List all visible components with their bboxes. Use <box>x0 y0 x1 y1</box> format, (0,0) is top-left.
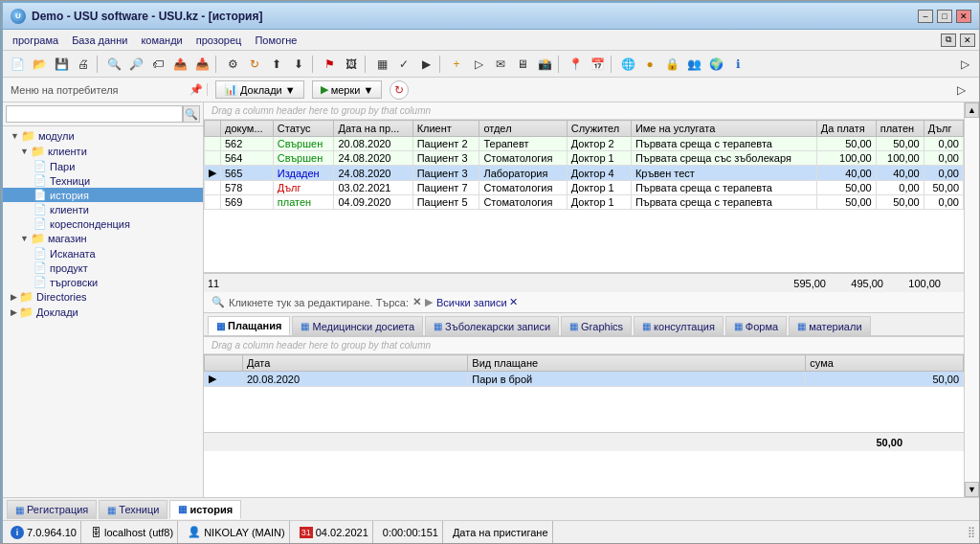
sec-right-arrow[interactable]: ▷ <box>950 79 971 101</box>
tb-image[interactable]: 🖼 <box>341 54 362 75</box>
menu-komandi[interactable]: команди <box>135 33 188 48</box>
scroll-up-btn[interactable]: ▲ <box>965 102 979 118</box>
col-status[interactable]: Статус <box>273 121 334 137</box>
sidebar-item-product[interactable]: 📄 продукт <box>3 261 203 275</box>
sidebar-item-pari[interactable]: 📄 Пари <box>3 159 203 173</box>
col-service[interactable]: Име на услугата <box>631 121 816 137</box>
col-debt[interactable]: Дълг <box>924 121 963 137</box>
tb-calendar[interactable]: 📅 <box>587 54 608 75</box>
tab-materials[interactable]: ▦ материали <box>789 316 870 335</box>
tb-arrow[interactable]: ▶ <box>415 54 436 75</box>
tb-photo[interactable]: 📸 <box>534 54 555 75</box>
sidebar-item-clients2[interactable]: 📄 клиенти <box>3 202 203 216</box>
btcol-date[interactable]: Дата <box>243 355 468 372</box>
sidebar-item-trade[interactable]: 📄 търговски <box>3 275 203 289</box>
tb-import[interactable]: 📥 <box>191 54 212 75</box>
tb-add[interactable]: + <box>446 54 467 75</box>
tab-dental[interactable]: ▦ Зъболекарски записи <box>425 316 559 335</box>
reload-button[interactable]: ↻ <box>390 80 409 100</box>
tb-print[interactable]: 🖨 <box>73 54 94 75</box>
btcol-amount[interactable]: сума <box>806 355 964 372</box>
tb-globe[interactable]: 🌐 <box>617 54 638 75</box>
sidebar-pin-icon[interactable]: 📌 <box>189 83 203 96</box>
btab-registration[interactable]: ▦ Регистрация <box>7 500 97 519</box>
filter-allrecords-x[interactable]: ✕ <box>509 296 518 308</box>
col-doc[interactable]: докум... <box>221 121 274 137</box>
tb-new[interactable]: 📄 <box>7 54 28 75</box>
col-date[interactable]: Дата на пр... <box>334 121 412 137</box>
cell-debt: 0,00 <box>924 195 963 210</box>
scroll-down-btn[interactable]: ▼ <box>965 482 979 497</box>
tb-circle[interactable]: ● <box>639 54 660 75</box>
tb-flag[interactable]: ⚑ <box>319 54 340 75</box>
tb-lock[interactable]: 🔒 <box>661 54 682 75</box>
col-client[interactable]: Клиент <box>412 121 479 137</box>
menu-prozorec[interactable]: прозорец <box>190 33 248 48</box>
tb-check[interactable]: ✓ <box>393 54 414 75</box>
close-button[interactable]: ✕ <box>956 10 971 23</box>
minimize-button[interactable]: – <box>918 10 933 23</box>
scroll-track[interactable] <box>965 118 979 482</box>
tb-refresh[interactable]: ↻ <box>244 54 265 75</box>
tb-up[interactable]: ⬆ <box>266 54 287 75</box>
tb-down[interactable]: ⬇ <box>288 54 309 75</box>
table-row[interactable]: 578 Дълг 03.02.2021 Пациент 7 Стоматолог… <box>205 181 964 195</box>
sidebar-item-reports[interactable]: ▶ 📁 Доклади <box>3 305 203 320</box>
menu-bazadanni[interactable]: База данни <box>66 33 133 48</box>
tab-consultation[interactable]: ▦ консултация <box>634 316 724 335</box>
tb-network[interactable]: 🌍 <box>705 54 726 75</box>
sidebar-search-button[interactable]: 🔍 <box>183 105 200 123</box>
tb-filter[interactable]: 🏷 <box>147 54 168 75</box>
tb-find[interactable]: 🔎 <box>125 54 146 75</box>
tb-play[interactable]: ▷ <box>468 54 489 75</box>
col-dept[interactable]: отдел <box>479 121 567 137</box>
reports-button[interactable]: 📊 Доклади ▼ <box>215 80 304 99</box>
sidebar-item-shop[interactable]: ▼ 📁 магазин <box>3 231 203 246</box>
btcol-payment[interactable]: Вид плащане <box>468 355 806 372</box>
tb-open[interactable]: 📂 <box>29 54 50 75</box>
tb-export[interactable]: 📤 <box>169 54 190 75</box>
tb-monitor[interactable]: 🖥 <box>512 54 533 75</box>
col-employee[interactable]: Служител <box>567 121 631 137</box>
filter-x-button[interactable]: ✕ <box>412 296 421 308</box>
sidebar-item-clients[interactable]: ▼ 📁 клиенти <box>3 144 203 159</box>
tb-users[interactable]: 👥 <box>683 54 704 75</box>
col-topay[interactable]: Да платя <box>816 121 876 137</box>
sidebar-item-technici[interactable]: 📄 Техници <box>3 173 203 188</box>
main-table-container[interactable]: докум... Статус Дата на пр... Клиент отд… <box>204 120 964 273</box>
tab-payments[interactable]: ▦ Плащания <box>208 316 290 335</box>
bottom-table-container[interactable]: Дата Вид плащане сума ▶ 20.08.2020 Пари … <box>204 354 964 432</box>
tb-map[interactable]: 📍 <box>565 54 586 75</box>
btab-technici[interactable]: ▦ Техници <box>99 500 167 519</box>
sidebar-item-modules[interactable]: ▼ 📁 модули <box>3 128 203 144</box>
sidebar-item-correspondence[interactable]: 📄 кореспонденция <box>3 216 203 231</box>
tb-right-arrow[interactable]: ▷ <box>954 54 975 75</box>
tb-save[interactable]: 💾 <box>51 54 72 75</box>
tb-search[interactable]: 🔍 <box>103 54 124 75</box>
right-scrollbar[interactable]: ▲ ▼ <box>964 102 979 497</box>
tab-form[interactable]: ▦ Форма <box>725 316 787 335</box>
btab-history[interactable]: ▦ история <box>169 500 241 519</box>
sidebar-search-input[interactable] <box>6 105 183 123</box>
col-paid[interactable]: платен <box>876 121 924 137</box>
tb-table[interactable]: ▦ <box>371 54 392 75</box>
menu-pomogne[interactable]: Помогне <box>249 33 302 48</box>
tab-medical[interactable]: ▦ Медицински досиета <box>292 316 423 335</box>
table-row[interactable]: 562 Свършен 20.08.2020 Пациент 2 Терапев… <box>205 137 964 151</box>
menu-close-btn[interactable]: ✕ <box>960 34 975 47</box>
bottom-table-row[interactable]: ▶ 20.08.2020 Пари в брой 50,00 <box>205 372 964 387</box>
measures-button[interactable]: ▶ мерки ▼ <box>312 80 383 99</box>
sidebar-item-directories[interactable]: ▶ 📁 Directories <box>3 289 203 305</box>
maximize-button[interactable]: □ <box>937 10 952 23</box>
menu-programa[interactable]: програма <box>7 33 64 48</box>
sidebar-item-requests[interactable]: 📄 Исканата <box>3 246 203 261</box>
tb-settings[interactable]: ⚙ <box>222 54 243 75</box>
tab-graphics[interactable]: ▦ Graphics <box>561 316 632 335</box>
tb-info[interactable]: ℹ <box>727 54 748 75</box>
table-row[interactable]: ▶ 565 Издаден 24.08.2020 Пациент 3 Лабор… <box>205 166 964 181</box>
table-row[interactable]: 564 Свършен 24.08.2020 Пациент 3 Стомато… <box>205 151 964 166</box>
tb-email[interactable]: ✉ <box>490 54 511 75</box>
sidebar-item-history[interactable]: 📄 история <box>3 188 203 202</box>
table-row[interactable]: 569 платен 04.09.2020 Пациент 5 Стоматол… <box>205 195 964 210</box>
menu-restore-btn[interactable]: ⧉ <box>941 34 956 47</box>
